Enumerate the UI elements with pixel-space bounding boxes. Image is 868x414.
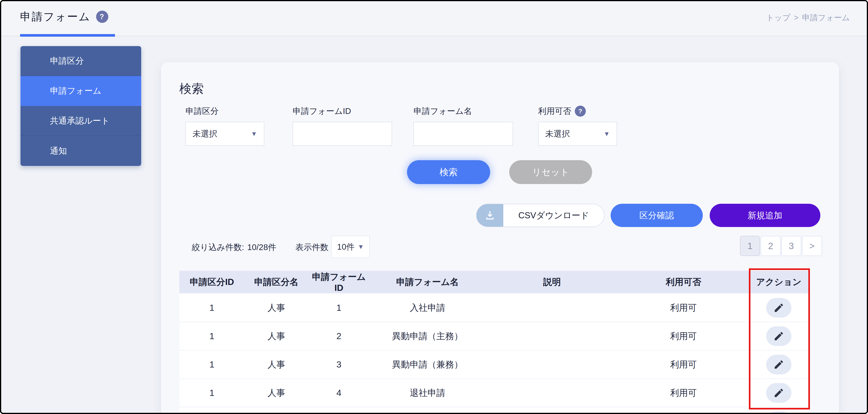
col-header-action: アクション <box>748 276 809 288</box>
page-size-select[interactable]: 10件 ▼ <box>331 236 370 258</box>
field-label-availability-text: 利用可否 <box>538 106 571 117</box>
field-label-form-id-text: 申請フォームID <box>292 106 351 117</box>
edit-icon <box>773 302 784 313</box>
cell-category-id: 1 <box>179 388 244 398</box>
cell-availability: 利用可 <box>619 302 748 314</box>
pagination: 1 2 3 > <box>740 236 822 256</box>
breadcrumb-separator: > <box>794 13 799 22</box>
cell-form-name: 入社申請 <box>369 302 486 314</box>
help-icon[interactable]: ? <box>96 11 108 23</box>
cell-category-id: 1 <box>179 359 244 369</box>
cell-action <box>748 298 809 318</box>
table-row: 1 人事 2 異動申請（主務） 利用可 <box>179 323 809 350</box>
page-button-3[interactable]: 3 <box>781 236 801 256</box>
cell-action <box>748 326 809 346</box>
col-header-form-name: 申請フォーム名 <box>369 276 486 288</box>
form-name-input[interactable] <box>421 122 506 145</box>
page-title: 申請フォーム ? <box>20 9 108 24</box>
reset-button[interactable]: リセット <box>509 160 592 184</box>
sidebar-item-application-form[interactable]: 申請フォーム <box>21 76 141 106</box>
edit-icon <box>773 331 784 342</box>
table-row-partial <box>179 408 809 414</box>
field-label-form-id: 申請フォームID <box>292 106 351 117</box>
cell-form-name: 異動申請（兼務） <box>369 359 486 371</box>
cell-action <box>748 383 809 403</box>
page-button-2[interactable]: 2 <box>761 236 781 256</box>
form-id-field-wrap <box>292 122 392 146</box>
cell-category-name: 人事 <box>244 302 308 314</box>
table-row: 1 人事 3 異動申請（兼務） 利用可 <box>179 351 809 378</box>
col-header-form-id: 申請フォームID <box>308 271 369 293</box>
sidebar-item-common-approval-route[interactable]: 共通承認ルート <box>21 106 141 136</box>
edit-icon <box>773 359 784 370</box>
table-row: 1 人事 1 入社申請 利用可 <box>179 294 809 321</box>
table-row: 1 人事 4 退社申請 利用可 <box>179 379 809 407</box>
cell-form-name: 退社申請 <box>369 387 486 399</box>
sidebar-item-application-category[interactable]: 申請区分 <box>21 46 141 76</box>
sidebar-item-notification[interactable]: 通知 <box>21 136 141 166</box>
cell-action <box>748 355 809 375</box>
breadcrumb: トップ > 申請フォーム <box>766 12 850 23</box>
cell-category-id: 1 <box>179 303 244 313</box>
chevron-down-icon: ▼ <box>358 243 364 250</box>
field-label-category-text: 申請区分 <box>185 106 219 117</box>
edit-button[interactable] <box>766 298 792 318</box>
cell-form-name: 異動申請（主務） <box>369 330 486 342</box>
edit-button[interactable] <box>766 355 792 375</box>
field-label-form-name: 申請フォーム名 <box>413 106 472 117</box>
form-id-input[interactable] <box>300 122 385 145</box>
csv-download-button[interactable]: CSVダウンロード <box>476 204 604 227</box>
page-size-label: 表示件数 <box>296 242 329 253</box>
filtered-count-label: 絞り込み件数: <box>192 242 244 253</box>
cell-action <box>748 411 809 414</box>
breadcrumb-home-link[interactable]: トップ <box>766 12 790 23</box>
availability-select-value: 未選択 <box>545 128 570 139</box>
search-button[interactable]: 検索 <box>407 160 490 184</box>
filtered-count: 絞り込み件数: 10/28件 <box>192 242 276 253</box>
field-label-form-name-text: 申請フォーム名 <box>413 106 472 117</box>
search-section-heading: 検索 <box>179 80 204 97</box>
edit-button[interactable] <box>766 383 792 403</box>
cell-form-id: 3 <box>308 359 369 369</box>
active-tab-underline <box>20 34 115 37</box>
cell-category-name: 人事 <box>244 387 308 399</box>
edit-button[interactable] <box>766 411 792 414</box>
cell-availability: 利用可 <box>619 359 748 371</box>
edit-icon <box>773 387 784 398</box>
page-size-value: 10件 <box>337 241 354 253</box>
cell-category-id: 1 <box>179 331 244 341</box>
cell-category-name: 人事 <box>244 359 308 371</box>
download-icon <box>484 210 496 221</box>
col-header-description: 説明 <box>486 276 619 288</box>
page-button-next[interactable]: > <box>802 236 822 256</box>
col-header-category-name: 申請区分名 <box>244 276 308 288</box>
cell-availability: 利用可 <box>619 387 748 399</box>
download-icon-segment <box>476 204 503 227</box>
page-title-text: 申請フォーム <box>20 9 91 24</box>
form-name-field-wrap <box>413 122 513 146</box>
cell-form-id: 1 <box>308 303 369 313</box>
chevron-down-icon: ▼ <box>603 130 610 138</box>
category-select[interactable]: 未選択 ▼ <box>185 122 264 146</box>
cell-category-name: 人事 <box>244 330 308 342</box>
sidebar: 申請区分 申請フォーム 共通承認ルート 通知 <box>21 46 141 166</box>
category-check-button[interactable]: 区分確認 <box>611 204 703 227</box>
breadcrumb-current: 申請フォーム <box>802 12 850 23</box>
add-new-button[interactable]: 新規追加 <box>710 204 820 227</box>
availability-help-icon[interactable]: ? <box>575 106 586 117</box>
csv-download-label: CSVダウンロード <box>503 204 604 227</box>
col-header-category-id: 申請区分ID <box>179 276 244 288</box>
top-header <box>1 1 867 36</box>
table-header: 申請区分ID 申請区分名 申請フォームID 申請フォーム名 説明 利用可否 アク… <box>179 271 809 293</box>
edit-button[interactable] <box>766 326 792 346</box>
field-label-category: 申請区分 <box>185 106 219 117</box>
availability-select[interactable]: 未選択 ▼ <box>538 122 617 146</box>
cell-form-id: 2 <box>308 331 369 341</box>
page-button-1[interactable]: 1 <box>740 236 760 256</box>
col-header-availability: 利用可否 <box>619 276 748 288</box>
cell-form-id: 4 <box>308 388 369 398</box>
category-select-value: 未選択 <box>193 128 217 139</box>
chevron-down-icon: ▼ <box>251 130 257 138</box>
cell-availability: 利用可 <box>619 330 748 342</box>
app-window: 申請フォーム ? トップ > 申請フォーム 申請区分 申請フォーム 共通承認ルー… <box>0 0 868 414</box>
